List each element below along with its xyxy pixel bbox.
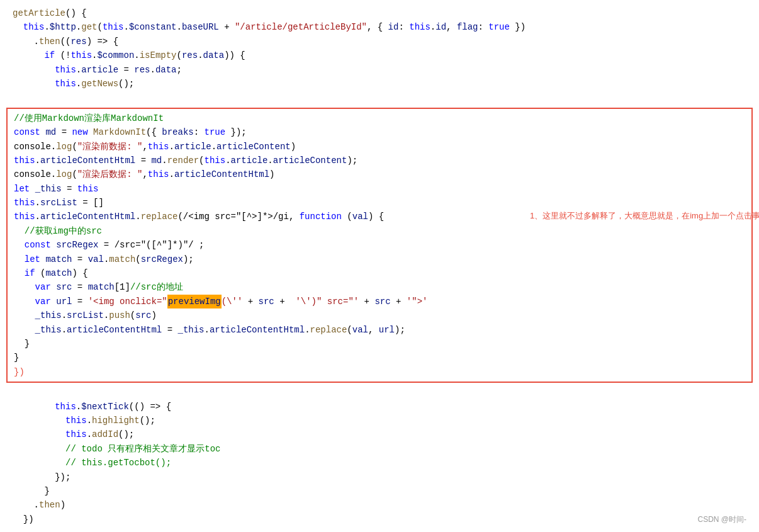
code-line: }) xyxy=(14,365,745,379)
code-line: const srcRegex = /src="([^"]*)"/ ; xyxy=(14,238,745,252)
code-line: }); xyxy=(0,470,759,484)
code-line: }) xyxy=(0,512,759,526)
code-line: //使用Markdown渲染库MarkdownIt xyxy=(14,111,745,125)
code-line: console.log("渲染后数据: ",this.articleConten… xyxy=(14,167,745,181)
code-line: .then) xyxy=(0,498,759,512)
code-line xyxy=(0,91,759,105)
code-line: if (match) { xyxy=(14,266,745,280)
code-line xyxy=(0,385,759,399)
code-line: this.addId(); xyxy=(0,427,759,441)
code-line: this.$http.get(this.$constant.baseURL + … xyxy=(0,20,759,34)
code-line: this.$nextTick(() => { xyxy=(0,400,759,414)
code-line: this.article = res.data; xyxy=(0,63,759,77)
code-line: this.getNews(); xyxy=(0,77,759,91)
code-line: this.highlight(); xyxy=(0,414,759,427)
code-line: // todo 只有程序相关文章才显示toc xyxy=(0,442,759,456)
code-container: getArticle() { this.$http.get(this.$cons… xyxy=(0,0,759,532)
highlighted-block: //使用Markdown渲染库MarkdownIt const md = new… xyxy=(6,108,753,383)
code-line: } xyxy=(14,337,745,351)
code-line: getArticle() { xyxy=(0,6,759,20)
code-line: _this.srcList.push(src) xyxy=(14,308,745,322)
code-line: const md = new MarkdownIt({ breaks: true… xyxy=(14,125,745,139)
code-line: .then((res) => { xyxy=(0,35,759,48)
code-line: let match = val.match(srcRegex); xyxy=(14,252,745,266)
code-line: console.log("渲染前数据: ",this.article.artic… xyxy=(14,140,745,154)
code-line: _this.articleContentHtml = _this.article… xyxy=(14,323,745,337)
code-line: this.articleContentHtml.replace(/<img sr… xyxy=(14,210,745,224)
code-line: var src = match[1]//src的地址 xyxy=(14,280,745,294)
code-line: //获取img中的src xyxy=(14,224,745,238)
code-line: var url = '<img onclick="previewImg(\'' … xyxy=(14,295,745,308)
code-line: } xyxy=(14,351,745,365)
code-line: let _this = this xyxy=(14,182,745,196)
code-line: // this.getTocbot(); xyxy=(0,456,759,470)
code-line: this.articleContentHtml = md.render(this… xyxy=(14,154,745,167)
code-line: this.srcList = [] xyxy=(14,196,745,210)
csdn-watermark: CSDN @时间- xyxy=(697,514,746,526)
code-line: } xyxy=(0,484,759,498)
code-line: if (!this.$common.isEmpty(res.data)) { xyxy=(0,48,759,62)
